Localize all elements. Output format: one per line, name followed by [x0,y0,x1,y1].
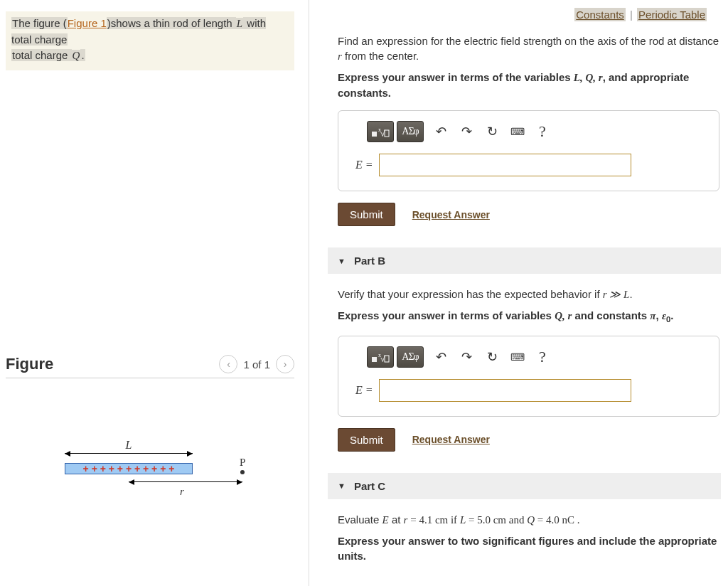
figure-rod: + + + + + + + + + + + [65,463,193,474]
reset-icon[interactable]: ↻ [483,124,500,139]
keyboard-icon[interactable]: ⌨ [509,126,526,137]
svg-rect-7 [385,356,389,362]
collapse-icon: ▼ [338,257,346,265]
part-b-answer-box: x√ ΑΣφ ↶ ↷ ↻ ⌨ ? E = [338,336,719,417]
part-b-toolbar: x√ ΑΣφ ↶ ↷ ↻ ⌨ ? [350,346,707,368]
top-links: Constants | Periodic Table [338,6,719,33]
part-a-instructions: Express your answer in terms of the vari… [338,70,719,100]
help-icon[interactable]: ? [535,348,546,366]
figure-title: Figure [6,355,53,373]
undo-icon[interactable]: ↶ [432,124,449,139]
collapse-icon: ▼ [338,481,346,490]
part-c-prompt: Evaluate E at r = 4.1 cm if L = 5.0 cm a… [338,512,719,528]
figure-link[interactable]: Figure 1 [68,17,107,29]
periodic-table-link[interactable]: Periodic Table [637,8,707,21]
intro-text-4: total charge [11,49,72,61]
intro-var-L: L [236,18,243,29]
reset-icon[interactable]: ↻ [483,349,500,365]
greek-button[interactable]: ΑΣφ [397,346,424,368]
part-b: ▼ Part B Verify that your expression has… [338,247,719,452]
redo-icon[interactable]: ↷ [458,124,475,139]
svg-rect-4 [372,357,377,362]
figure-header: Figure ‹ 1 of 1 › [6,355,294,378]
undo-icon[interactable]: ↶ [432,349,449,365]
part-a-input[interactable] [379,154,631,176]
figure-dim-r-arrow [129,481,242,482]
part-b-request-answer-link[interactable]: Request Answer [412,434,490,445]
part-a-request-answer-link[interactable]: Request Answer [412,209,490,220]
part-a: Find an expression for the electric fiel… [338,33,719,226]
figure-next-button[interactable]: › [276,355,294,373]
intro-text-2: )shows a thin rod of length [107,17,236,29]
part-b-lhs: E = [355,384,373,397]
part-a-lhs: E = [355,159,373,171]
part-c: ▼ Part C Evaluate E at r = 4.1 cm if L =… [338,473,719,563]
svg-rect-0 [372,132,377,137]
part-c-title: Part C [354,480,385,492]
keyboard-icon[interactable]: ⌨ [509,351,526,363]
intro-text-5: . [80,49,85,61]
constants-link[interactable]: Constants [574,8,626,21]
figure-diagram: L + + + + + + + + + + + P r [15,439,285,524]
part-a-prompt: Find an expression for the electric fiel… [338,33,719,64]
help-icon[interactable]: ? [535,122,546,141]
part-c-instructions: Express your answer to two significant f… [338,533,719,563]
part-a-answer-box: x√ ΑΣφ ↶ ↷ ↻ ⌨ ? E = [338,110,719,191]
templates-button[interactable]: x√ [367,346,394,368]
figure-label-L: L [126,439,132,451]
figure-counter: 1 of 1 [243,358,270,371]
part-b-instructions: Express your answer in terms of variable… [338,308,719,326]
figure-label-r: r [180,486,184,498]
part-b-input[interactable] [379,379,631,402]
part-c-header[interactable]: ▼ Part C [328,473,721,499]
figure-P-label: P [240,457,245,468]
part-a-submit-button[interactable]: Submit [338,203,395,226]
figure-prev-button[interactable]: ‹ [219,355,237,373]
problem-intro: The figure (Figure 1)shows a thin rod of… [6,11,294,70]
redo-icon[interactable]: ↷ [458,349,475,365]
part-a-toolbar: x√ ΑΣφ ↶ ↷ ↻ ⌨ ? [350,121,707,142]
figure-point-P: P [240,457,245,474]
part-b-prompt: Verify that your expression has the expe… [338,287,719,302]
part-b-title: Part B [354,255,385,267]
intro-text-1: The figure ( [11,17,68,29]
svg-rect-3 [385,130,389,137]
figure-dim-L-arrow [65,453,193,454]
figure-charges: + + + + + + + + + + + [83,463,175,474]
templates-button[interactable]: x√ [367,121,394,142]
part-b-header[interactable]: ▼ Part B [328,247,721,274]
part-b-submit-button[interactable]: Submit [338,428,395,452]
greek-button[interactable]: ΑΣφ [397,121,424,142]
intro-var-Q: Q [72,50,81,61]
